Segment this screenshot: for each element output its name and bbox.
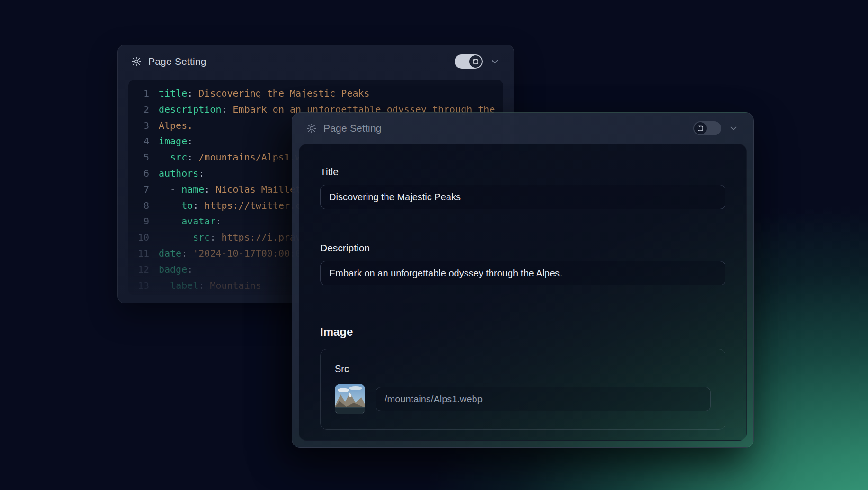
description-field-label: Description	[320, 242, 725, 254]
panel-header: Page Setting	[292, 113, 753, 144]
line-number: 9	[128, 214, 149, 230]
image-src-input[interactable]	[376, 387, 711, 411]
code-view-toggle[interactable]	[455, 54, 483, 69]
line-number: 3	[128, 118, 149, 134]
page-setting-panel-form-view: Page Setting Title Description Imag	[292, 112, 754, 448]
line-number: 12	[128, 262, 149, 278]
title-field-label: Title	[320, 166, 725, 178]
line-text: Alpes.	[149, 118, 193, 134]
line-text: to: https://twitter.c	[149, 198, 301, 214]
panel-title: Page Setting	[148, 56, 206, 67]
panel-title: Page Setting	[323, 123, 382, 134]
line-number: 13	[128, 278, 149, 294]
line-text: badge:	[149, 262, 193, 278]
src-field-label: Src	[335, 364, 711, 374]
code-block-icon	[471, 57, 480, 66]
src-row	[335, 384, 711, 414]
code-line: 1title: Discovering the Majestic Peaks	[128, 86, 503, 102]
line-text: authors:	[149, 166, 204, 182]
image-settings-card: Src	[320, 349, 725, 430]
gear-icon	[306, 123, 317, 134]
description-input[interactable]	[320, 261, 725, 285]
line-text: avatar:	[149, 214, 221, 230]
line-text: date: '2024-10-17T00:00:0	[149, 246, 301, 262]
chevron-down-icon[interactable]	[728, 123, 739, 134]
mountain-photo-thumbnail	[335, 384, 365, 414]
toggle-knob	[694, 122, 707, 134]
line-number: 5	[128, 150, 149, 166]
code-view-toggle[interactable]	[693, 121, 721, 135]
image-section-heading: Image	[320, 325, 725, 339]
chevron-down-icon[interactable]	[489, 56, 501, 67]
line-text: image:	[149, 134, 193, 150]
line-number: 11	[128, 246, 149, 262]
gear-icon	[131, 56, 142, 67]
line-text: - name: Nicolas Maillet	[149, 182, 301, 198]
line-text: label: Mountains	[149, 278, 261, 294]
toggle-knob	[469, 55, 482, 68]
line-number: 4	[128, 134, 149, 150]
title-input[interactable]	[320, 185, 725, 209]
line-number: 2	[128, 102, 149, 118]
line-number: 1	[128, 86, 149, 102]
line-number: 10	[128, 230, 149, 246]
line-text: src: https://i.prav	[149, 230, 301, 246]
line-number: 7	[128, 182, 149, 198]
form-content-card: Title Description Image Src	[299, 144, 747, 441]
line-number: 6	[128, 166, 149, 182]
code-block-icon	[696, 124, 705, 133]
panel-header: Page Setting	[118, 45, 514, 78]
line-number: 8	[128, 198, 149, 214]
line-text: title: Discovering the Majestic Peaks	[149, 86, 370, 102]
